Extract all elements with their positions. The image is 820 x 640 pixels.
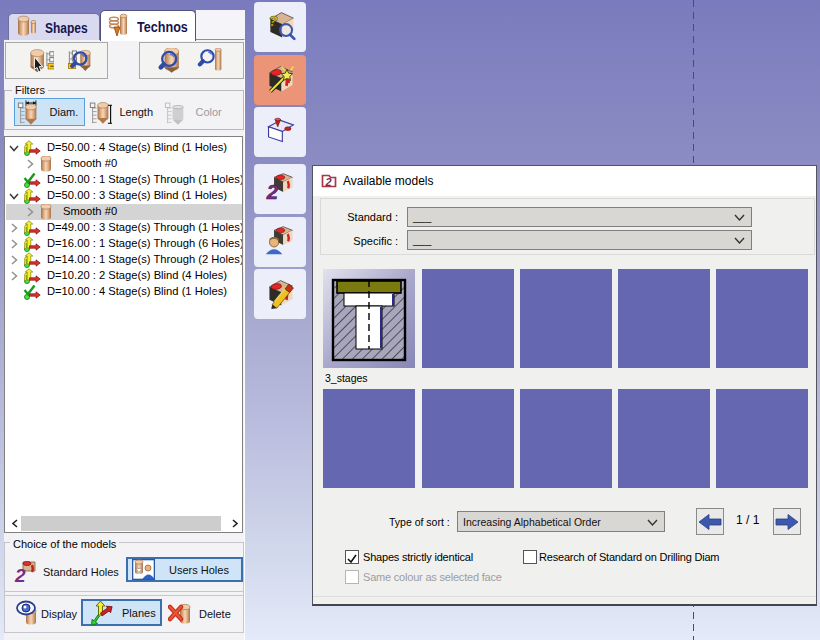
svg-text:2: 2 (325, 176, 332, 188)
svg-text:?: ? (268, 12, 277, 28)
svg-text:2: 2 (14, 565, 26, 585)
svg-text:2: 2 (265, 180, 278, 202)
